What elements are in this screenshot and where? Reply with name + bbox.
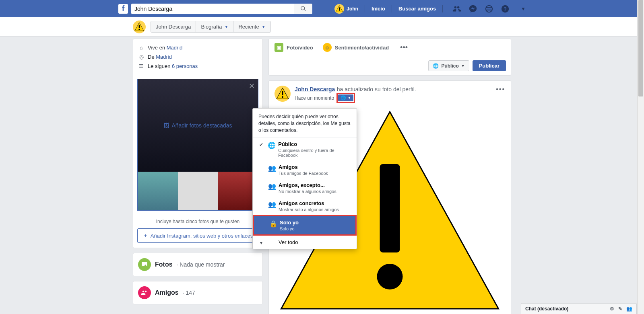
facebook-logo[interactable]: f bbox=[118, 4, 128, 14]
divider bbox=[365, 5, 365, 12]
option-label: Público bbox=[278, 141, 351, 147]
privacy-option-public[interactable]: ✔ 🌐 Público Cualquiera dentro y fuera de… bbox=[253, 138, 357, 161]
chat-dock[interactable]: Chat (desactivado) ⚙ ✎ 👥 bbox=[521, 303, 637, 314]
globe-icon: 🌐 bbox=[433, 63, 439, 69]
chat-label: Chat (desactivado) bbox=[525, 306, 568, 312]
help-icon[interactable]: ? bbox=[501, 4, 510, 13]
lock-icon: 🔒 bbox=[269, 220, 276, 228]
scrollbar-thumb[interactable] bbox=[638, 0, 643, 96]
highlight-only-me: 🔒 Solo yo Solo yo bbox=[253, 215, 357, 236]
svg-rect-4 bbox=[139, 25, 140, 28]
post-action-text: ha actualizado su foto del perfil. bbox=[337, 86, 416, 92]
nav-home[interactable]: Inicio bbox=[368, 6, 388, 12]
globe-icon: 🌐 bbox=[268, 141, 274, 149]
post-privacy-button[interactable]: 🌐 ▼ bbox=[338, 94, 353, 101]
globe-icon: 🌐 bbox=[341, 95, 346, 101]
profile-update-post: John Descarga ha actualizado su foto del… bbox=[268, 80, 511, 314]
messenger-icon[interactable] bbox=[469, 4, 477, 13]
feeling-icon: ☺ bbox=[323, 43, 332, 52]
account-menu-caret[interactable]: ▼ bbox=[521, 6, 526, 12]
profile-name-pill[interactable]: John Descarga bbox=[151, 21, 196, 32]
intro-lives-in: ⌂ Vive en Madrid bbox=[138, 43, 258, 52]
photos-icon bbox=[138, 258, 151, 271]
svg-text:?: ? bbox=[504, 6, 507, 12]
privacy-option-friends-except[interactable]: 👥 Amigos, excepto... No mostrar a alguno… bbox=[253, 179, 357, 197]
option-sub: Cualquiera dentro y fuera de Facebook bbox=[278, 148, 351, 158]
friends-count: · 147 bbox=[183, 289, 195, 296]
option-sub: Solo yo bbox=[280, 226, 299, 231]
composer-card: ▣ Foto/vídeo ☺ Sentimiento/actividad •••… bbox=[268, 39, 511, 76]
window-scrollbar[interactable] bbox=[637, 0, 644, 314]
top-navbar: f John Inicio Buscar amigos ? bbox=[0, 0, 644, 17]
add-featured-label: Añadir fotos destacadas bbox=[171, 122, 232, 129]
add-social-links-button[interactable]: ＋ Añadir Instagram, sitios web y otros e… bbox=[137, 228, 258, 243]
lives-link[interactable]: Madrid bbox=[167, 45, 183, 51]
post-timestamp: Hace un momento bbox=[295, 95, 334, 101]
privacy-option-only-me[interactable]: 🔒 Solo yo Solo yo bbox=[254, 216, 355, 234]
intro-from: ◎ De Madrid bbox=[138, 52, 258, 62]
profile-sticky-bar: John Descarga Biografía▼ Reciente▼ bbox=[0, 17, 644, 37]
friends-except-icon: 👥 bbox=[268, 182, 275, 190]
svg-rect-0 bbox=[339, 7, 340, 10]
add-featured-photos-button[interactable]: 🖼 Añadir fotos destacadas bbox=[138, 79, 258, 172]
notifications-icon[interactable] bbox=[485, 4, 493, 13]
svg-point-1 bbox=[339, 10, 340, 11]
privacy-option-specific-friends[interactable]: 👥 Amigos concretos Mostrar solo a alguno… bbox=[253, 197, 357, 215]
svg-point-9 bbox=[377, 264, 403, 289]
user-profile-link[interactable]: John bbox=[331, 4, 361, 14]
composer-feeling[interactable]: ☺ Sentimiento/actividad bbox=[323, 43, 389, 52]
search-button[interactable] bbox=[294, 4, 312, 14]
caret-down-icon: ▼ bbox=[262, 25, 266, 29]
feeling-label: Sentimiento/actividad bbox=[335, 45, 389, 51]
gear-icon[interactable]: ⚙ bbox=[610, 306, 614, 312]
tab-recent[interactable]: Reciente▼ bbox=[233, 21, 270, 32]
svg-point-7 bbox=[282, 96, 283, 98]
tab-biography-label: Biografía bbox=[201, 24, 222, 30]
audience-selector-button[interactable]: 🌐 Público ▼ bbox=[428, 60, 469, 71]
divider bbox=[392, 5, 392, 12]
composer-photo-video[interactable]: ▣ Foto/vídeo bbox=[275, 43, 313, 52]
photos-title[interactable]: Fotos bbox=[155, 261, 173, 268]
privacy-see-all[interactable]: ▾ Ver todo bbox=[253, 236, 357, 249]
profile-avatar-icon bbox=[133, 21, 146, 33]
notification-icons: ? ▼ bbox=[452, 4, 526, 13]
option-label: Amigos concretos bbox=[279, 200, 339, 206]
lives-prefix: Vive en bbox=[148, 45, 167, 51]
composer-more-icon[interactable]: ••• bbox=[400, 43, 408, 52]
option-label: Solo yo bbox=[280, 220, 299, 226]
post-options-icon[interactable]: ••• bbox=[496, 86, 505, 93]
post-author-link[interactable]: John Descarga bbox=[295, 86, 335, 92]
compose-icon[interactable]: ✎ bbox=[618, 306, 622, 312]
close-icon[interactable]: ✕ bbox=[249, 82, 255, 90]
thumbnail[interactable] bbox=[138, 172, 178, 210]
caret-down-icon: ▼ bbox=[461, 64, 465, 68]
from-link[interactable]: Madrid bbox=[156, 54, 172, 60]
search-input[interactable] bbox=[131, 4, 294, 14]
friends-card: Amigos · 147 bbox=[133, 281, 263, 304]
search-wrapper bbox=[131, 4, 312, 14]
friends-icon bbox=[138, 286, 151, 299]
add-links-label: Añadir Instagram, sitios web y otros enl… bbox=[151, 233, 253, 239]
option-sub: No mostrar a algunos amigos bbox=[279, 189, 336, 194]
thumbnail[interactable] bbox=[178, 172, 218, 210]
plus-icon: ＋ bbox=[143, 232, 148, 239]
friend-requests-icon[interactable] bbox=[452, 4, 461, 13]
post-avatar-icon[interactable] bbox=[275, 86, 291, 102]
people-icon[interactable]: 👥 bbox=[626, 306, 632, 312]
left-column: ⌂ Vive en Madrid ◎ De Madrid ☰ Le siguen… bbox=[133, 39, 263, 314]
search-icon bbox=[300, 6, 306, 12]
nav-find-friends[interactable]: Buscar amigos bbox=[395, 6, 439, 12]
dropdown-intro-text: Puedes decidir quién puede ver otros det… bbox=[253, 109, 357, 138]
followers-prefix: Le siguen bbox=[148, 63, 172, 69]
from-prefix: De bbox=[148, 54, 156, 60]
featured-thumbnails bbox=[138, 172, 258, 210]
followers-icon: ☰ bbox=[138, 63, 144, 69]
privacy-option-friends[interactable]: 👥 Amigos Tus amigos de Facebook bbox=[253, 161, 357, 179]
divider bbox=[442, 5, 443, 12]
tab-biography[interactable]: Biografía▼ bbox=[196, 21, 233, 32]
profile-name-label: John Descarga bbox=[156, 24, 191, 30]
friends-title[interactable]: Amigos bbox=[155, 289, 179, 296]
topbar-right: John Inicio Buscar amigos ? ▼ bbox=[331, 4, 526, 14]
publish-button[interactable]: Publicar bbox=[473, 60, 506, 71]
followers-link[interactable]: 6 personas bbox=[172, 63, 198, 69]
